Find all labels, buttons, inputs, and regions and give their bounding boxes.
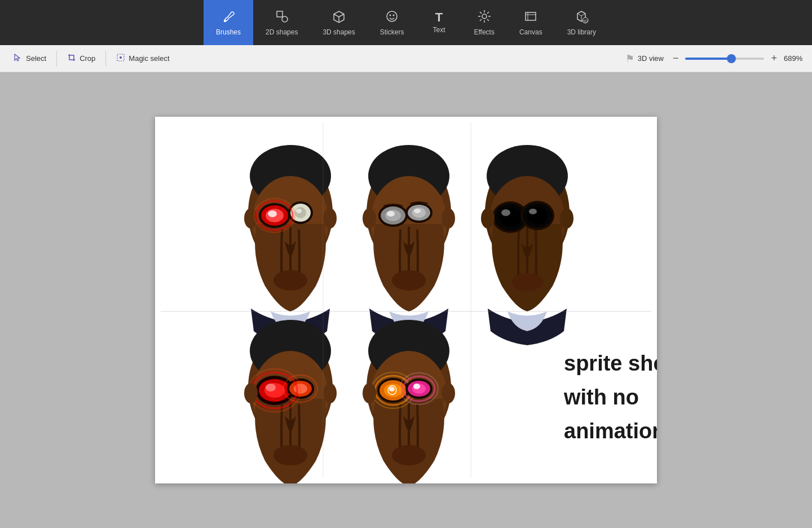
svg-point-82 xyxy=(323,383,337,403)
svg-point-5 xyxy=(393,15,395,16)
toolbar-btn-3d-shapes[interactable]: 3D shapes xyxy=(310,0,367,45)
zoom-in-button[interactable]: + xyxy=(767,51,780,65)
toolbar-btn-stickers[interactable]: Stickers xyxy=(368,0,417,45)
svg-point-3 xyxy=(387,11,397,21)
magic-select-label: Magic select xyxy=(129,54,169,63)
svg-point-21 xyxy=(120,56,122,59)
zoom-out-button[interactable]: − xyxy=(669,51,682,65)
3d-library-label: 3D library xyxy=(567,28,596,36)
svg-point-36 xyxy=(323,208,337,228)
2d-shapes-label: 2D shapes xyxy=(266,28,298,36)
text-icon: T xyxy=(435,11,443,24)
zoom-value: 689% xyxy=(784,54,806,63)
canvas-label: Canvas xyxy=(519,28,542,36)
svg-point-6 xyxy=(482,14,487,19)
svg-point-99 xyxy=(363,383,376,403)
svg-point-66 xyxy=(560,208,573,228)
svg-point-65 xyxy=(481,208,495,228)
toolbar-btn-brushes[interactable]: Brushes xyxy=(204,0,253,45)
3d-library-icon: 3D xyxy=(574,9,589,26)
svg-point-0 xyxy=(224,20,226,22)
magic-select-button[interactable]: Magic select xyxy=(108,50,177,68)
svg-point-62 xyxy=(527,206,548,225)
sprite-text-2: with no xyxy=(563,385,639,409)
svg-text:3D: 3D xyxy=(583,19,588,23)
select-button[interactable]: Select xyxy=(6,50,54,68)
toolbar-btn-text[interactable]: T Text xyxy=(416,0,461,45)
svg-point-50 xyxy=(392,270,426,291)
svg-point-80 xyxy=(273,445,307,465)
svg-point-2 xyxy=(282,16,288,22)
text-label: Text xyxy=(433,26,445,34)
svg-line-11 xyxy=(480,12,482,14)
view-3d-label: 3D view xyxy=(638,54,664,63)
svg-point-34 xyxy=(273,270,307,291)
sprite-text-3: animation xyxy=(564,419,657,443)
svg-rect-15 xyxy=(526,12,536,20)
toolbar-btn-2d-shapes[interactable]: 2D shapes xyxy=(253,0,310,45)
zoom-slider-track xyxy=(685,58,732,60)
svg-point-100 xyxy=(442,383,455,403)
svg-point-33 xyxy=(296,209,302,213)
2d-shapes-icon xyxy=(275,9,289,26)
stickers-label: Stickers xyxy=(380,28,404,36)
zoom-slider-thumb xyxy=(727,54,736,63)
svg-line-13 xyxy=(487,12,489,14)
svg-point-63 xyxy=(529,209,537,214)
3d-shapes-icon xyxy=(332,9,346,26)
crop-icon xyxy=(67,53,76,64)
svg-point-4 xyxy=(390,15,391,16)
svg-point-81 xyxy=(244,383,258,403)
svg-point-35 xyxy=(244,208,258,228)
effects-icon xyxy=(477,9,492,26)
svg-point-59 xyxy=(501,209,510,216)
toolbar-divider-2 xyxy=(105,51,106,67)
flag-icon: ⚑ xyxy=(625,52,634,65)
toolbar-divider-1 xyxy=(56,51,57,67)
svg-point-52 xyxy=(442,208,455,228)
select-label: Select xyxy=(26,54,46,63)
svg-point-51 xyxy=(363,208,376,228)
zoom-control: − + 689% xyxy=(669,51,806,65)
secondary-toolbar: Select Crop Magic select ⚑ 3D view − xyxy=(0,45,812,72)
brushes-icon xyxy=(221,9,236,26)
svg-point-89 xyxy=(389,387,395,391)
magic-select-icon xyxy=(116,53,125,64)
svg-line-12 xyxy=(487,19,489,21)
drawing-canvas[interactable]: sprite sheet with no animation xyxy=(155,117,657,483)
effects-label: Effects xyxy=(474,28,494,36)
toolbar-btn-3d-library[interactable]: 3D 3D library xyxy=(555,0,608,45)
view-3d-button[interactable]: ⚑ 3D view xyxy=(625,52,664,65)
canvas-icon xyxy=(523,9,538,26)
svg-rect-1 xyxy=(277,11,283,17)
toolbar-btn-canvas[interactable]: Canvas xyxy=(507,0,555,45)
zoom-slider[interactable] xyxy=(685,58,764,60)
svg-point-49 xyxy=(414,209,421,213)
svg-line-14 xyxy=(480,19,482,21)
svg-point-98 xyxy=(392,445,426,465)
canvas-area: sprite sheet with no animation xyxy=(0,72,812,528)
svg-point-45 xyxy=(387,211,395,217)
svg-point-64 xyxy=(511,273,543,291)
stickers-icon xyxy=(385,9,399,26)
crop-label: Crop xyxy=(80,54,95,63)
svg-point-73 xyxy=(266,384,276,391)
select-icon xyxy=(14,53,23,64)
crop-button[interactable]: Crop xyxy=(59,50,103,68)
svg-point-95 xyxy=(413,384,420,389)
brushes-label: Brushes xyxy=(216,28,241,36)
3d-shapes-label: 3D shapes xyxy=(323,28,355,36)
top-toolbar: Brushes 2D shapes 3D shapes xyxy=(0,0,812,45)
toolbar-nav: Brushes 2D shapes 3D shapes xyxy=(204,0,608,45)
sprite-text-1: sprite sheet xyxy=(564,351,657,375)
svg-point-29 xyxy=(268,210,277,217)
toolbar-right: ⚑ 3D view − + 689% xyxy=(625,51,806,65)
sprite-sheet-svg: sprite sheet with no animation xyxy=(155,117,657,483)
toolbar-btn-effects[interactable]: Effects xyxy=(461,0,506,45)
